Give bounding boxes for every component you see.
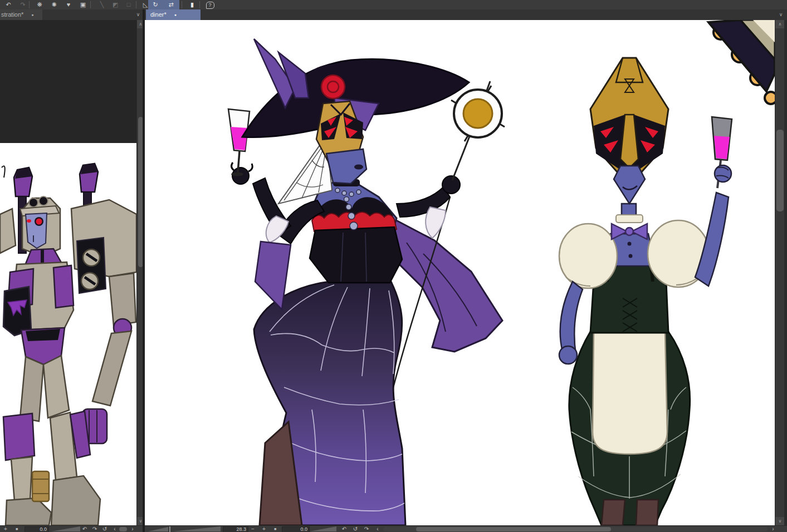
zoom-value[interactable]: 28.3 bbox=[223, 526, 248, 532]
toolbar-separator bbox=[90, 1, 91, 8]
left-document-pane: stration*● ∨ bbox=[0, 9, 144, 532]
hscroll-left-icon[interactable]: ‹ bbox=[373, 526, 382, 532]
rotate-view-icon[interactable]: ↻ bbox=[149, 0, 162, 9]
nav-slider-thumb[interactable] bbox=[169, 526, 170, 532]
left-canvas-viewport[interactable] bbox=[0, 20, 136, 525]
character-witch bbox=[228, 39, 505, 525]
diner-artwork bbox=[145, 20, 775, 525]
fill-tool-icon[interactable]: ♥ bbox=[62, 0, 75, 9]
rotate-left-icon[interactable]: ↶ bbox=[80, 526, 89, 532]
right-statusbar: 28.3 − + ■ 0.0 ↶ ↺ ↷ ‹ › bbox=[145, 525, 787, 532]
reset-view-icon[interactable]: ↷ bbox=[362, 526, 371, 532]
paint-app-window: ↶ ↷ ❋ ✺ ♥ ▣ ╲ ◩ □ ◺ ↻ ⇄ ▮ ? stration*● ∨ bbox=[0, 0, 787, 532]
help-icon[interactable]: ? bbox=[204, 0, 216, 9]
angle-slider[interactable] bbox=[51, 526, 80, 531]
right-hscroll-thumb[interactable] bbox=[416, 527, 611, 531]
angle-slider[interactable] bbox=[310, 526, 336, 531]
hscroll-left-icon[interactable]: ‹ bbox=[110, 526, 119, 532]
zoom-in-icon[interactable]: + bbox=[260, 526, 268, 532]
fit-view-icon[interactable]: ■ bbox=[12, 526, 21, 532]
rotate-right-icon[interactable]: ↷ bbox=[90, 526, 99, 532]
frame-tool-icon[interactable]: □ bbox=[123, 0, 135, 9]
tab-overflow-chevron-icon[interactable]: ∨ bbox=[134, 9, 142, 20]
tab-label: diner* bbox=[150, 11, 167, 18]
left-tabbar: stration*● ∨ bbox=[0, 9, 144, 20]
flip-view-icon[interactable]: ⇄ bbox=[165, 0, 177, 9]
rotate-left-icon[interactable]: ↶ bbox=[340, 526, 349, 532]
zoom-in-icon[interactable]: + bbox=[1, 526, 10, 532]
zoom-out-icon[interactable]: − bbox=[248, 526, 257, 532]
line-tool-icon[interactable]: ╲ bbox=[96, 0, 108, 9]
help-bubble: ? bbox=[206, 2, 214, 9]
gradient-tool-icon[interactable]: ◩ bbox=[109, 0, 121, 9]
rotate-right-icon[interactable]: ↺ bbox=[351, 526, 360, 532]
modified-dot: ● bbox=[174, 13, 177, 17]
character-maid bbox=[559, 58, 732, 525]
redo-icon[interactable]: ↷ bbox=[17, 0, 29, 9]
deselect-icon[interactable]: ✺ bbox=[48, 0, 60, 9]
transform-icon[interactable]: ▣ bbox=[77, 0, 89, 9]
robot-artwork bbox=[0, 143, 136, 525]
scroll-down-icon[interactable]: ∨ bbox=[775, 517, 785, 525]
hscroll-right-icon[interactable]: › bbox=[128, 526, 137, 532]
left-hscroll-thumb[interactable] bbox=[119, 527, 127, 531]
undo-icon[interactable]: ↶ bbox=[2, 0, 14, 9]
toolbar-separator bbox=[199, 1, 200, 8]
tab-overflow-chevron-icon[interactable]: ∨ bbox=[777, 9, 785, 20]
left-statusbar: + ■ 0.0 ↶ ↷ ↺ ‹ › bbox=[0, 525, 144, 532]
right-vertical-scrollbar[interactable]: ∧ ∨ bbox=[775, 20, 785, 525]
rotation-angle-value[interactable]: 0.0 bbox=[282, 526, 310, 532]
auto-select-icon[interactable]: ❋ bbox=[33, 0, 46, 9]
nav-slider[interactable] bbox=[148, 527, 168, 531]
corner-sketch bbox=[708, 20, 775, 104]
right-vscroll-thumb[interactable] bbox=[776, 130, 784, 211]
right-edge-strip bbox=[784, 20, 787, 525]
toolbar-separator bbox=[136, 1, 136, 8]
tab-label: stration* bbox=[1, 11, 23, 18]
right-document-pane: diner*● ∨ bbox=[145, 9, 787, 532]
fit-view-icon[interactable]: ■ bbox=[271, 526, 280, 532]
tablet-mode-icon[interactable]: ▮ bbox=[186, 0, 198, 9]
right-canvas-viewport[interactable] bbox=[145, 20, 775, 525]
modified-dot: ● bbox=[31, 13, 33, 17]
hscroll-right-icon[interactable]: › bbox=[769, 526, 778, 532]
tab-diner[interactable]: diner*● bbox=[146, 9, 201, 20]
command-toolbar: ↶ ↷ ❋ ✺ ♥ ▣ ╲ ◩ □ ◺ ↻ ⇄ ▮ ? bbox=[0, 0, 787, 10]
right-tabbar: diner*● ∨ bbox=[145, 9, 787, 20]
toolbar-separator bbox=[182, 1, 182, 8]
scroll-up-icon[interactable]: ∧ bbox=[775, 20, 785, 28]
rotation-angle-value[interactable]: 0.0 bbox=[25, 526, 49, 532]
reset-view-icon[interactable]: ↺ bbox=[100, 526, 109, 532]
zoom-slider[interactable] bbox=[173, 526, 221, 531]
tab-illustration[interactable]: stration*● bbox=[0, 9, 42, 20]
toolbar-separator bbox=[29, 1, 30, 8]
left-canvas[interactable] bbox=[0, 143, 136, 525]
